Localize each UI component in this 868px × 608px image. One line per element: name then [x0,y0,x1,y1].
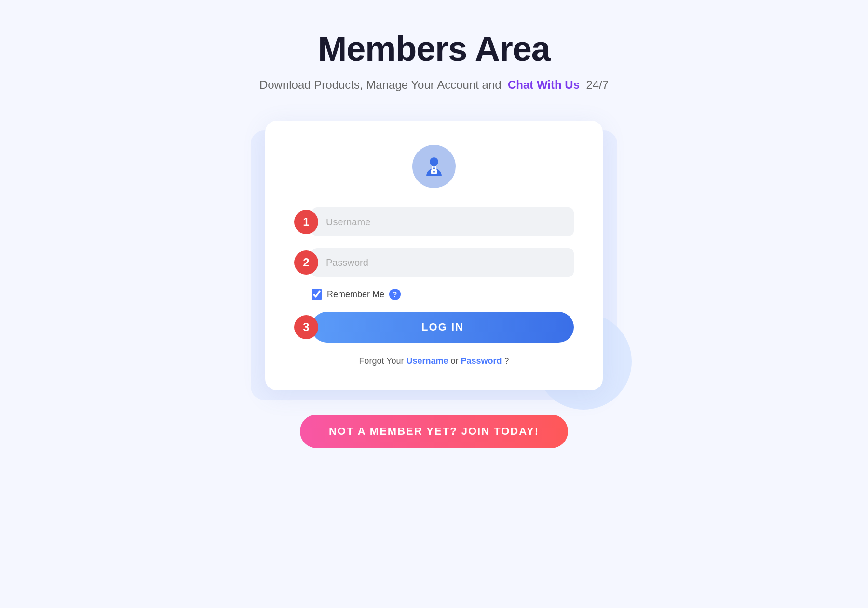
subtitle-suffix: 24/7 [586,78,609,91]
login-button[interactable]: LOG IN [312,312,574,343]
avatar-wrap [294,145,574,188]
login-button-row: 3 LOG IN [294,312,574,343]
join-today-button[interactable]: NOT A MEMBER YET? JOIN TODAY! [300,415,568,448]
step-badge-1: 1 [294,210,318,234]
avatar-circle [412,145,456,188]
forgot-suffix: ? [504,356,509,366]
svg-point-0 [430,157,438,166]
forgot-username-link[interactable]: Username [406,356,448,366]
remember-me-row: Remember Me ? [294,289,574,300]
login-card: 1 2 Remember Me ? 3 LOG IN Forgot Your U… [265,121,603,390]
remember-me-label: Remember Me [327,290,384,300]
remember-me-checkbox[interactable] [312,289,322,300]
password-field-row: 2 [294,248,574,277]
page-title: Members Area [318,29,550,69]
card-wrapper: 1 2 Remember Me ? 3 LOG IN Forgot Your U… [265,121,603,390]
subtitle: Download Products, Manage Your Account a… [259,78,609,92]
chat-with-us-link[interactable]: Chat With Us [508,78,580,91]
forgot-or: or [451,356,461,366]
forgot-prefix: Forgot Your [359,356,406,366]
username-input[interactable] [312,207,574,236]
forgot-row: Forgot Your Username or Password ? [294,356,574,366]
step-badge-2: 2 [294,250,318,275]
step-badge-3: 3 [294,315,318,339]
forgot-password-link[interactable]: Password [461,356,502,366]
help-icon[interactable]: ? [389,289,401,300]
password-input[interactable] [312,248,574,277]
svg-point-2 [433,171,435,173]
subtitle-text: Download Products, Manage Your Account a… [259,78,502,91]
username-field-row: 1 [294,207,574,236]
user-lock-icon [421,154,447,179]
